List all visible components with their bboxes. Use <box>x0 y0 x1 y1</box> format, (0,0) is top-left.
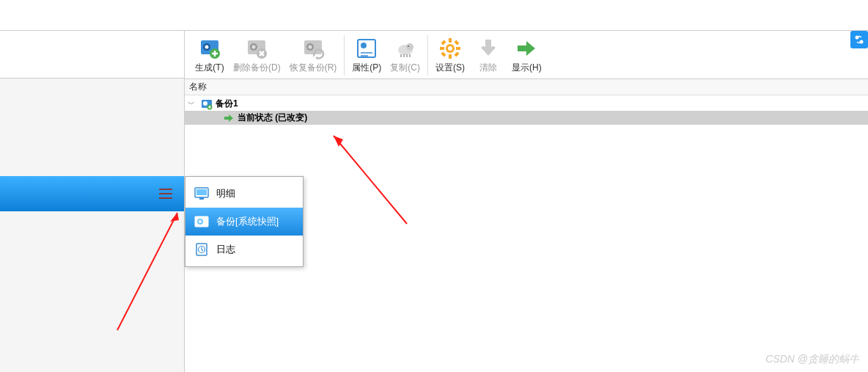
svg-rect-20 <box>456 47 460 50</box>
svg-rect-31 <box>199 197 204 200</box>
properties-button[interactable]: 属性(P) <box>344 35 386 76</box>
svg-point-34 <box>199 220 202 223</box>
sheep-icon <box>394 37 417 60</box>
chevron-down-icon[interactable]: ﹀ <box>188 99 198 109</box>
tree-current-state-row[interactable]: 当前状态 (已改变) <box>185 111 868 125</box>
camera-delete-icon <box>245 37 268 60</box>
toolbar: 生成(T) 删除备份(D) 恢复备份(R) 属性(P) <box>185 31 868 79</box>
svg-rect-17 <box>449 38 452 43</box>
restore-backup-button[interactable]: 恢复备份(R) <box>285 35 342 76</box>
camera-restore-icon <box>301 37 325 60</box>
svg-rect-30 <box>196 189 207 195</box>
settings-button[interactable]: 设置(S) <box>427 35 469 76</box>
backup-tree: ﹀ 备份1 当前状态 (已改变) <box>185 95 868 126</box>
sidebar <box>0 31 185 372</box>
delete-backup-button[interactable]: 删除备份(D) <box>229 35 285 76</box>
svg-point-15 <box>408 45 409 47</box>
svg-point-6 <box>252 45 256 49</box>
tree-root-row[interactable]: ﹀ 备份1 <box>185 97 868 111</box>
show-button[interactable]: 显示(H) <box>507 35 546 76</box>
camera-plus-icon <box>198 37 221 60</box>
svg-rect-19 <box>440 47 444 50</box>
monitor-icon <box>194 187 209 200</box>
column-header: 名称 <box>185 79 868 95</box>
clock-doc-icon <box>194 243 209 256</box>
arrow-down-icon <box>477 37 500 60</box>
svg-rect-22 <box>454 51 459 56</box>
svg-rect-11 <box>358 40 375 57</box>
svg-point-27 <box>203 101 207 106</box>
svg-point-12 <box>361 43 367 48</box>
tree-current-label: 当前状态 (已改变) <box>238 112 307 124</box>
gear-icon <box>438 37 462 60</box>
name-column[interactable]: 名称 <box>189 81 207 93</box>
svg-point-10 <box>309 45 312 49</box>
svg-point-25 <box>448 46 452 51</box>
popup-detail[interactable]: 明细 <box>185 180 303 208</box>
tree-root-label: 备份1 <box>216 98 238 110</box>
corner-app-icon[interactable] <box>850 31 868 48</box>
svg-rect-24 <box>441 51 446 56</box>
copy-button[interactable]: 复制(C) <box>386 35 424 76</box>
popup-log[interactable]: 日志 <box>185 236 303 263</box>
svg-point-2 <box>205 45 209 49</box>
svg-rect-21 <box>441 40 446 45</box>
svg-rect-18 <box>449 54 452 59</box>
clear-button[interactable]: 清除 <box>469 35 507 76</box>
properties-icon <box>355 37 378 60</box>
camera-white-icon <box>194 215 209 228</box>
arrow-right-green-icon <box>223 112 235 124</box>
generate-button[interactable]: 生成(T) <box>191 35 229 76</box>
backup-icon <box>201 98 213 110</box>
hamburger-icon <box>159 189 172 199</box>
view-popup-menu: 明细 备份[系统快照] 日志 <box>185 176 304 267</box>
popup-backup[interactable]: 备份[系统快照] <box>185 208 303 236</box>
arrow-right-icon <box>515 37 538 60</box>
svg-rect-23 <box>454 40 459 45</box>
svg-point-14 <box>406 43 413 51</box>
sidebar-active-item[interactable] <box>0 176 184 211</box>
watermark: CSDN @贪睡的蜗牛 <box>765 353 859 366</box>
